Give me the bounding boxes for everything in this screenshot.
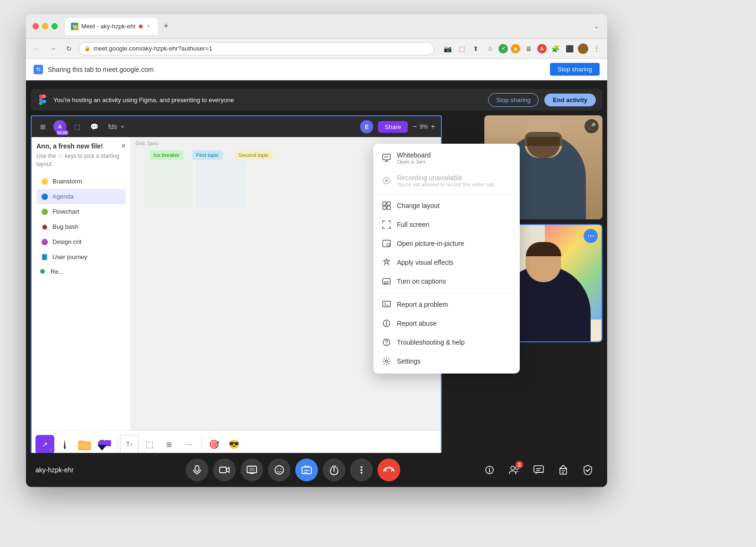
sticky-note-firsttopic[interactable]: First topic (192, 150, 223, 160)
stop-sharing-button[interactable]: Stop sharing (550, 63, 600, 76)
retro-icon (40, 269, 45, 274)
figma-menu-flowchart[interactable]: 🟢 Flowchart (36, 204, 126, 219)
svg-rect-6 (387, 202, 390, 205)
menu-item-visual-effects[interactable]: Apply visual effects (373, 253, 520, 272)
sticky-note-secondtopic[interactable]: Second topic (235, 150, 273, 160)
info-button[interactable] (480, 460, 499, 480)
camera-button[interactable] (213, 459, 236, 481)
menu-item-report-abuse[interactable]: Report abuse (373, 314, 520, 333)
extension-orange[interactable]: ■ (511, 44, 520, 53)
extensions-icon[interactable]: 🧩 (550, 43, 561, 54)
figma-filename-dropdown[interactable]: ▾ (121, 123, 124, 130)
present-button[interactable] (241, 459, 263, 481)
extension-abp[interactable]: A (537, 44, 547, 53)
cast-icon[interactable]: 📷 (442, 43, 453, 54)
new-tab-button[interactable]: + (160, 20, 173, 33)
emoji-button[interactable] (268, 459, 291, 481)
address-input[interactable]: 🔒 meet.google.com/aky-hzpk-ehr?authuser=… (79, 42, 434, 55)
bookmark-icon[interactable]: ☆ (484, 43, 496, 54)
tab-close-button[interactable]: × (146, 23, 152, 30)
participant2-more-button[interactable]: ⋯ (584, 229, 598, 243)
figma-more-tools[interactable]: ··· (180, 435, 198, 454)
figma-menu-brainstorm[interactable]: 🟡 Brainstorm (36, 174, 126, 189)
menu-item-pip[interactable]: Open picture-in-picture (373, 234, 520, 253)
menu-item-captions[interactable]: Turn on captions (373, 272, 520, 291)
svg-point-23 (280, 469, 281, 469)
pip-icon (382, 239, 391, 248)
sidebar-collapse-btn[interactable]: × (121, 142, 126, 150)
figma-menu-designcrit[interactable]: 🟣 Design crit (36, 234, 126, 250)
menu-item-report-problem[interactable]: Report a problem (373, 295, 520, 314)
visual-effects-icon (382, 258, 391, 267)
figma-menu-retrospective[interactable]: Re... (36, 265, 126, 278)
svg-rect-20 (249, 468, 255, 471)
figma-shapes-tool[interactable] (95, 435, 114, 454)
figma-table-tool[interactable]: ⊞ (160, 435, 179, 454)
active-tab[interactable]: M Meet - aky-hzpk-ehr × (65, 18, 158, 35)
user-avatar-toolbar[interactable] (578, 43, 588, 54)
figma-pencil-tool[interactable] (55, 435, 74, 454)
activities-right-button[interactable] (553, 460, 573, 480)
back-button[interactable]: ← (31, 43, 43, 55)
hand-raise-button[interactable] (323, 459, 345, 481)
end-activity-button[interactable]: End activity (544, 94, 596, 106)
figma-emoji-tool[interactable]: 😎 (224, 435, 243, 454)
mic-button[interactable] (186, 459, 208, 481)
more-options-button[interactable] (350, 459, 373, 481)
minimize-window-button[interactable] (42, 23, 48, 29)
figma-sidebar-header: Ann, a fresh new file! × (36, 142, 126, 150)
zoom-in-button[interactable]: + (430, 122, 436, 132)
figma-toolbar: ⊞ A 03:00 ⬚ 💬 fds ▾ E Share − 9% + (32, 116, 441, 137)
meet-bottom-bar: aky-hzpk-ehr (26, 453, 607, 487)
figma-menu-userjourney[interactable]: 📘 User journey (36, 250, 126, 265)
forward-button[interactable]: → (47, 43, 59, 55)
figma-frame-create-tool[interactable]: ⬚ (140, 435, 159, 454)
visual-effects-label: Apply visual effects (397, 259, 454, 266)
menu-item-whiteboard[interactable]: Whiteboard Open a Jam (373, 147, 520, 169)
recording-menu-content: Recording unavailable You're not allowed… (397, 174, 494, 187)
figma-filename: fds (108, 123, 117, 130)
browser-split-icon[interactable]: ⬛ (564, 43, 575, 54)
activities-button[interactable] (295, 459, 318, 481)
menu-item-change-layout[interactable]: Change layout (373, 196, 520, 215)
figma-menu-bugbash[interactable]: 🐞 Bug bash (36, 219, 126, 234)
figma-comment-tool[interactable]: 💬 (87, 120, 101, 133)
menu-item-fullscreen[interactable]: Full screen (373, 215, 520, 234)
report-problem-icon (382, 300, 391, 309)
figma-text-tool[interactable]: T↕ (120, 435, 139, 454)
figma-grid-tool[interactable]: ⊞ (36, 120, 50, 133)
chrome-menu-icon[interactable]: ⋮ (591, 43, 602, 54)
sticky-note-icebreaker[interactable]: Ice breaker (150, 150, 183, 160)
zoom-out-button[interactable]: − (412, 122, 418, 132)
captions-icon (382, 277, 391, 286)
extension-green[interactable]: ✓ (498, 44, 508, 53)
svg-point-27 (361, 472, 362, 474)
troubleshooting-label: Troubleshooting & help (397, 339, 464, 346)
reload-button[interactable]: ↻ (63, 43, 75, 55)
figma-sticker-tool[interactable]: 🎯 (205, 435, 223, 454)
extension-screen[interactable]: 🖥 (523, 43, 534, 54)
figma-share-button[interactable]: Share (378, 121, 408, 133)
window-menu-button[interactable]: ⌄ (593, 21, 601, 31)
activity-bar: You're hosting an activity using Figma, … (31, 89, 602, 111)
maximize-window-button[interactable] (52, 23, 58, 29)
figma-frame-tool[interactable]: ⬚ (70, 120, 84, 133)
safety-button[interactable] (578, 460, 598, 480)
whiteboard-icon (382, 153, 391, 163)
menu-item-settings[interactable]: Settings (373, 352, 520, 371)
svg-rect-7 (383, 206, 386, 209)
end-call-button[interactable] (378, 459, 400, 481)
download-icon[interactable]: ⬆ (470, 43, 481, 54)
activity-text: You're hosting an activity using Figma, … (53, 96, 482, 104)
figma-menu-agenda[interactable]: 🔵 Agenda (36, 189, 126, 204)
close-window-button[interactable] (33, 23, 39, 29)
figma-move-tool[interactable]: A 03:00 (53, 120, 67, 133)
participants-button[interactable]: 3 (504, 460, 524, 480)
chat-button[interactable] (529, 460, 549, 480)
stop-sharing-activity-button[interactable]: Stop sharing (488, 93, 539, 107)
figma-folder-tool[interactable] (75, 435, 94, 454)
svg-point-26 (361, 469, 362, 471)
figma-arrow-tool[interactable]: ↗ ☞ (35, 435, 54, 454)
menu-item-troubleshooting[interactable]: Troubleshooting & help (373, 333, 520, 352)
open-tab-icon[interactable]: ⬚ (456, 43, 467, 54)
